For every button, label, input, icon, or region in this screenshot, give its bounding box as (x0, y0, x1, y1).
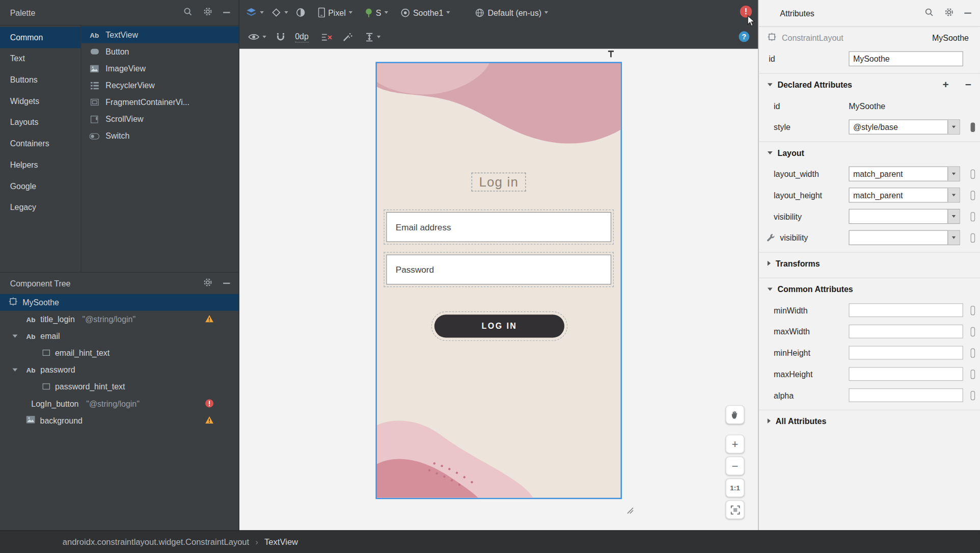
palette-category-common[interactable]: Common (0, 27, 80, 48)
section-all-attributes[interactable]: All Attributes (759, 410, 980, 432)
search-icon[interactable] (924, 8, 934, 19)
dropdown-button[interactable] (947, 209, 959, 223)
dropdown-button[interactable] (947, 231, 959, 245)
attr-row-maxheight[interactable]: maxHeight (759, 363, 980, 385)
palette-item-switch[interactable]: Switch (81, 127, 239, 144)
pick-marker-icon[interactable] (971, 122, 975, 131)
maxheight-input[interactable] (849, 367, 963, 381)
minimize-icon[interactable] (223, 12, 230, 13)
clear-constraints-button[interactable] (321, 33, 332, 41)
attr-row-alpha[interactable]: alpha (759, 385, 980, 406)
zoom-out-button[interactable]: − (726, 457, 745, 476)
design-surface-button[interactable] (246, 8, 264, 18)
pack-align-button[interactable] (365, 32, 380, 41)
attr-row-tools-visibility[interactable]: visibility (759, 227, 980, 248)
minimize-icon[interactable] (964, 13, 971, 14)
breadcrumb-textview[interactable]: TextView (264, 537, 298, 546)
tree-item-login-button[interactable]: LogIn_button "@string/login" (0, 395, 239, 412)
palette-category-layouts[interactable]: Layouts (0, 112, 80, 134)
minheight-input[interactable] (849, 346, 963, 360)
layout-width-combo[interactable]: match_parent (849, 166, 960, 181)
view-options-button[interactable] (248, 33, 266, 41)
palette-item-recyclerview[interactable]: RecyclerView (81, 77, 239, 94)
gear-icon[interactable] (203, 7, 212, 18)
palette-category-google[interactable]: Google (0, 176, 80, 197)
device-selector[interactable]: Pixel (318, 8, 353, 18)
attr-row-minheight[interactable]: minHeight (759, 342, 980, 363)
pick-marker-icon[interactable] (971, 391, 975, 400)
attr-row-minwidth[interactable]: minWidth (759, 300, 980, 321)
tree-item-email[interactable]: Ab email (0, 328, 239, 345)
tools-visibility-combo[interactable] (849, 230, 960, 245)
pick-marker-icon[interactable] (971, 170, 975, 179)
device-screen-preview[interactable]: Log in Email address Password LOG IN (375, 62, 621, 499)
pick-marker-icon[interactable] (971, 370, 975, 379)
zoom-fit-button[interactable] (726, 501, 745, 519)
pick-marker-icon[interactable] (971, 327, 975, 336)
id-input[interactable]: MySoothe (849, 51, 963, 66)
tree-item-mysoothe[interactable]: MySoothe (0, 294, 239, 311)
tree-item-password-hint-text[interactable]: password_hint_text (0, 378, 239, 395)
add-attribute-button[interactable]: + (943, 79, 949, 90)
section-layout[interactable]: Layout (759, 141, 980, 163)
palette-category-widgets[interactable]: Widgets (0, 91, 80, 112)
remove-attribute-button[interactable]: − (965, 79, 971, 90)
minwidth-input[interactable] (849, 303, 963, 317)
palette-category-text[interactable]: Text (0, 48, 80, 69)
section-common-attributes[interactable]: Common Attributes (759, 278, 980, 300)
palette-item-button[interactable]: Button (81, 43, 239, 60)
default-margins-button[interactable]: 0dp (295, 32, 309, 42)
pick-marker-icon[interactable] (971, 233, 975, 243)
attr-row-id[interactable]: id MySoothe (759, 95, 980, 117)
api-selector[interactable]: S (365, 8, 388, 17)
pick-marker-icon[interactable] (971, 306, 975, 315)
zoom-100-button[interactable]: 1:1 (726, 479, 745, 497)
pick-marker-icon[interactable] (971, 212, 975, 221)
zoom-in-button[interactable]: + (726, 435, 745, 454)
pick-marker-icon[interactable] (971, 191, 975, 200)
night-mode-button[interactable] (295, 8, 306, 18)
palette-item-imageview[interactable]: ImageView (81, 60, 239, 77)
section-declared-attributes[interactable]: Declared Attributes + − (759, 73, 980, 95)
infer-constraints-button[interactable] (342, 32, 352, 42)
resize-handle[interactable] (625, 506, 634, 516)
style-combo[interactable]: @style/base (849, 119, 960, 134)
palette-category-helpers[interactable]: Helpers (0, 154, 80, 176)
pick-marker-icon[interactable] (971, 348, 975, 357)
autoconnect-button[interactable] (276, 32, 285, 41)
design-canvas[interactable]: Log in Email address Password LOG IN + (239, 49, 758, 531)
attr-row-visibility[interactable]: visibility (759, 206, 980, 227)
tree-item-email-hint-text[interactable]: email_hint_text (0, 345, 239, 361)
attr-row-layout-width[interactable]: layout_width match_parent (759, 163, 980, 185)
gear-icon[interactable] (203, 278, 212, 289)
minimize-icon[interactable] (223, 283, 230, 284)
alpha-input[interactable] (849, 388, 963, 402)
tree-item-title-login[interactable]: Ab title_login "@string/login" (0, 311, 239, 328)
help-icon[interactable]: ? (739, 31, 749, 42)
dropdown-button[interactable] (947, 167, 959, 181)
attr-row-style[interactable]: style @style/base (759, 116, 980, 138)
gear-icon[interactable] (944, 8, 954, 19)
palette-item-scrollview[interactable]: ScrollView (81, 111, 239, 127)
palette-category-containers[interactable]: Containers (0, 133, 80, 154)
warning-icon[interactable] (205, 416, 213, 426)
password-field[interactable]: Password (386, 254, 611, 284)
attr-value[interactable]: MySoothe (849, 101, 885, 110)
palette-item-fragmentcontainerview[interactable]: FragmentContainerVi... (81, 94, 239, 111)
section-transforms[interactable]: Transforms (759, 252, 980, 274)
pan-hand-button[interactable] (726, 405, 745, 424)
locale-selector[interactable]: Default (en-us) (475, 8, 549, 17)
tree-item-background[interactable]: background (0, 412, 239, 429)
dropdown-button[interactable] (947, 120, 959, 134)
error-icon[interactable] (205, 399, 213, 410)
maxwidth-input[interactable] (849, 325, 963, 338)
attr-row-layout-height[interactable]: layout_height match_parent (759, 185, 980, 206)
theme-selector[interactable]: Soothe1 (400, 8, 450, 17)
search-icon[interactable] (183, 7, 193, 18)
tree-item-password[interactable]: Ab password (0, 361, 239, 378)
warning-icon[interactable] (205, 314, 213, 325)
attr-row-maxwidth[interactable]: maxWidth (759, 321, 980, 342)
breadcrumb-constraintlayout[interactable]: androidx.constraintlayout.widget.Constra… (63, 537, 250, 546)
dropdown-button[interactable] (947, 188, 959, 202)
palette-category-legacy[interactable]: Legacy (0, 197, 80, 219)
